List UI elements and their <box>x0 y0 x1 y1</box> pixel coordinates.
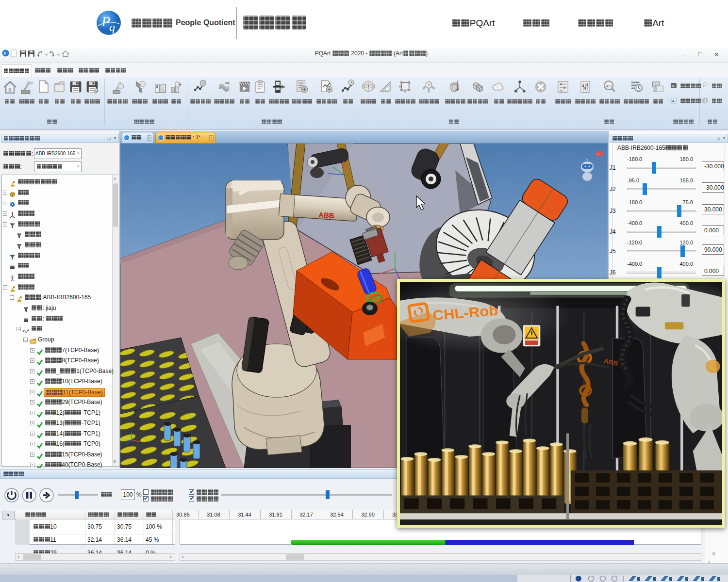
svg-text:ABB: ABB <box>318 210 335 220</box>
svg-text:P: P <box>3 51 6 56</box>
svg-text:...: ... <box>597 152 599 155</box>
svg-text:P: P <box>125 136 128 140</box>
svg-text:P: P <box>159 136 162 140</box>
